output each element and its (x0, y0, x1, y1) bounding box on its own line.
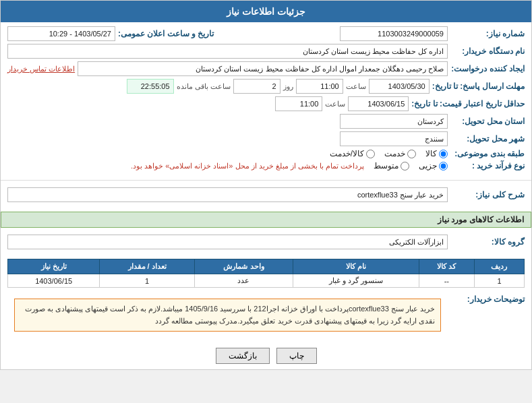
طبقه-radio-group: کالا/خدمت خدمت کالا (330, 149, 448, 158)
مهلت-day: 2 (233, 79, 280, 94)
مهلت-label: مهلت ارسال پاسخ: تا تاریخ: (432, 82, 525, 91)
items-table: ردیف کد کالا نام کالا واحد شمارش تعداد /… (7, 259, 525, 288)
طبقه-label: طبقه بندی موضوعی: (450, 149, 525, 158)
تاریخ-value: 1403/05/27 - 10:29 (7, 26, 115, 41)
اطلاعات-کالا-header: اطلاعات کالاهای مورد نیاز (1, 212, 531, 228)
table-row: 1 -- سنسور گرد و غبار عدد 1 1403/06/15 (8, 274, 525, 288)
print-button[interactable]: چاپ (276, 348, 317, 364)
توضیحات-value: خرید عبار سنج cortexflue33پرداخت با اورا… (14, 299, 441, 332)
مهلت-remain: 22:55:05 (127, 79, 174, 94)
مهلت-date: 1403/05/30 (369, 79, 430, 94)
تاریخ-label: تاریخ و ساعت اعلان عمومی: (118, 29, 214, 38)
radio-متوسط[interactable]: متوسط (374, 161, 409, 170)
نوع-radio-group: متوسط جزیی (374, 161, 448, 170)
شرح-label: شرح کلی نیاز: (450, 190, 525, 199)
حداقل-label: حداقل تاریخ اعتبار قیمت: تا تاریخ: (411, 99, 525, 108)
col-نام-کالا: نام کالا (293, 259, 419, 274)
شماره-نیاز-label: شماره نیاز: (450, 29, 525, 38)
شرح-value: خرید عبار سنج cortexflue33 (7, 187, 448, 202)
ایجاد-label: ایجاد کننده درخواست: (450, 64, 525, 73)
back-button[interactable]: بازگشت (216, 348, 270, 364)
استان-label: استان محل تحویل: (450, 117, 525, 126)
radio-خدمت[interactable]: خدمت (384, 149, 416, 158)
col-ردیف: ردیف (474, 259, 524, 274)
button-row: چاپ بازگشت (1, 342, 531, 369)
page-header: جزئیات اطلاعات نیاز (1, 1, 531, 22)
گروه-value: ابزارآلات الکتریکی (7, 235, 448, 249)
page-title: جزئیات اطلاعات نیاز (227, 6, 305, 17)
شماره-نیاز-value: 1103003249000059 (340, 26, 448, 41)
توضیحات-label: توضیحات خریدار: (450, 294, 525, 304)
col-کد-کالا: کد کالا (419, 259, 474, 274)
استان-value: کردستان (340, 114, 448, 129)
نوع-note: پرداخت تمام با بخشی از مبلغ خرید از محل … (131, 162, 364, 170)
col-تعداد: تعداد / مقدار (100, 259, 195, 274)
نوع-فرآیند-label: نوع فرآند خرید : (450, 161, 525, 170)
مهلت-time: 11:00 (296, 79, 343, 94)
گروه-label: گروه کالا: (450, 237, 525, 247)
نام-دستگاه-label: نام دستگاه خریدار: (450, 46, 525, 56)
حداقل-time: 11:00 (275, 96, 322, 111)
شهر-label: شهر محل تحویل: (450, 134, 525, 144)
radio-جزیی[interactable]: جزیی (419, 161, 448, 170)
ایجاد-value: صلاح رحیمی دهگلان جمعدار اموال اداره کل … (78, 61, 448, 76)
نام-دستگاه-value: اداره کل حفاظت محیط زیست استان کردستان (7, 44, 448, 59)
حداقل-date: 1403/06/15 (348, 96, 409, 111)
col-واحد: واحد شمارش (194, 259, 293, 274)
تماس-link[interactable]: اطلاعات تماس خریدار (7, 65, 75, 73)
radio-کالا[interactable]: کالا (425, 149, 448, 158)
col-تاریخ: تاریخ نیاز (8, 259, 100, 274)
radio-کالا-خدمت[interactable]: کالا/خدمت (330, 149, 375, 158)
شهر-value: سنندج (340, 131, 448, 146)
